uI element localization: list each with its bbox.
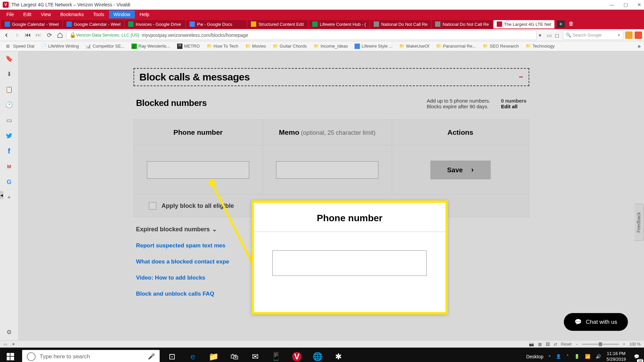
zoom-out[interactable]: −: [576, 342, 578, 347]
forward-button[interactable]: [13, 31, 21, 40]
bookmark-item[interactable]: 📁Guitar Chords: [270, 43, 310, 50]
google-panel-icon[interactable]: G: [5, 178, 13, 186]
dropdown-icon[interactable]: ▾: [618, 33, 620, 38]
bookmark-item[interactable]: ◢Ray Wenderlic...: [129, 43, 173, 50]
menu-edit[interactable]: Edit: [19, 10, 36, 18]
bookmark-item[interactable]: ⊞Speed Dial: [3, 43, 37, 50]
phone-input[interactable]: [147, 161, 249, 179]
bookmark-item[interactable]: 📁SEO Research: [480, 43, 522, 50]
browser-tab-active[interactable]: The Largest 4G LTE Net: [493, 20, 555, 28]
bookmarks-overflow[interactable]: »: [638, 43, 641, 49]
volume-icon[interactable]: 🔊: [596, 354, 601, 359]
tray-up-icon[interactable]: ^: [549, 355, 550, 359]
start-button[interactable]: [0, 348, 21, 362]
screenshot-icon[interactable]: 📷: [529, 342, 534, 347]
menu-help[interactable]: Help: [135, 10, 154, 18]
browser-tab[interactable]: Google Calendar - Weel: [63, 20, 124, 28]
minimize-button[interactable]: —: [609, 2, 614, 7]
edit-all-link[interactable]: Edit all: [501, 104, 518, 109]
explorer-icon[interactable]: 📁: [203, 348, 224, 362]
zoom-reset[interactable]: Reset: [561, 342, 572, 347]
back-button[interactable]: [2, 31, 11, 40]
menu-bookmarks[interactable]: Bookmarks: [56, 10, 89, 18]
bookmark-item[interactable]: 📁MakeUseOf: [396, 43, 432, 50]
bookmark-item[interactable]: Lifewire Style ...: [352, 43, 395, 50]
new-tab-button[interactable]: +: [557, 20, 565, 28]
search-field[interactable]: 🔍 Search Google ▾: [563, 31, 623, 40]
maximize-button[interactable]: ▢: [624, 2, 628, 7]
bookmark-item[interactable]: 📁Movies: [243, 43, 269, 50]
gmail-panel-icon[interactable]: M: [5, 163, 13, 171]
bookmark-item[interactable]: 📁How To Tech: [204, 43, 241, 50]
panel-collapse[interactable]: ◀: [0, 191, 3, 199]
callout-phone-input[interactable]: [272, 250, 427, 276]
desktop-label[interactable]: Desktop: [526, 354, 543, 359]
people-icon[interactable]: 👤: [556, 354, 561, 359]
microphone-icon[interactable]: 🎤: [148, 353, 155, 360]
chrome-icon[interactable]: 🌐: [307, 348, 328, 362]
twitter-panel-icon[interactable]: [5, 132, 13, 140]
closed-tabs-button[interactable]: 🗑: [569, 21, 575, 27]
browser-tab[interactable]: National Do Not Call Re: [432, 20, 492, 28]
browser-tab[interactable]: Invoices - Google Drive: [125, 20, 185, 28]
settings-icon[interactable]: ⚙: [5, 328, 13, 336]
store-icon[interactable]: 🛍: [224, 348, 245, 362]
tile-icon[interactable]: ▦: [538, 342, 542, 347]
fastforward-button[interactable]: ⏭: [34, 31, 43, 40]
bookmark-item[interactable]: 📁Income_Ideas: [311, 43, 351, 50]
browser-tab[interactable]: Lifewire Content Hub - (: [309, 20, 369, 28]
edge-icon[interactable]: e: [182, 348, 203, 362]
taskbar-search[interactable]: Type here to search 🎤: [22, 350, 160, 362]
section-header[interactable]: Block calls & messages −: [133, 68, 529, 86]
zoom-slider[interactable]: [582, 344, 619, 345]
url-field[interactable]: 🔒 Verizon Data Services, LLC [US] myvpos…: [66, 31, 537, 40]
tray-up-icon[interactable]: ˄: [567, 354, 569, 359]
bookmark-item[interactable]: MMETRO: [174, 43, 203, 50]
browser-tab[interactable]: National Do Not Call Re: [370, 20, 431, 28]
apply-checkbox[interactable]: [149, 202, 156, 209]
extension-icon[interactable]: [625, 32, 633, 39]
dropdown-icon[interactable]: ▾: [539, 32, 545, 38]
zoom-in[interactable]: +: [623, 342, 625, 347]
bookmark-item[interactable]: 📁Paranormal Re...: [433, 43, 479, 50]
downloads-panel-icon[interactable]: ⬇: [5, 70, 13, 78]
menu-file[interactable]: File: [2, 10, 19, 18]
mail-icon[interactable]: ✉: [245, 348, 266, 362]
vivaldi-icon[interactable]: V: [286, 348, 307, 362]
bookmark-item[interactable]: 📊Competitor SE...: [83, 43, 127, 50]
chat-button[interactable]: 💬 Chat with us: [564, 313, 628, 331]
add-panel-icon[interactable]: +: [5, 193, 13, 201]
bookmark-item[interactable]: 📁Technology: [523, 43, 557, 50]
save-button[interactable]: Save ›: [430, 161, 491, 179]
close-button[interactable]: ✕: [637, 2, 641, 7]
wifi-icon[interactable]: 📶: [585, 354, 590, 359]
menu-window[interactable]: Window: [109, 10, 135, 18]
collapse-icon[interactable]: −: [519, 73, 523, 81]
rewind-button[interactable]: ⏮: [23, 31, 32, 40]
window-panel-icon[interactable]: ▭: [5, 116, 13, 124]
battery-icon[interactable]: 🔋: [574, 354, 580, 359]
notes-panel-icon[interactable]: 📋: [5, 85, 13, 94]
images-icon[interactable]: 🖼: [546, 342, 550, 347]
home-button[interactable]: [56, 31, 64, 40]
memo-input[interactable]: [276, 161, 378, 179]
facebook-panel-icon[interactable]: f: [5, 147, 13, 155]
reload-button[interactable]: ⟳: [45, 31, 54, 40]
browser-tab[interactable]: Structured Content Edit: [248, 20, 308, 28]
status-icon[interactable]: ✦: [12, 342, 15, 347]
extension-icon[interactable]: [635, 32, 642, 39]
status-icon[interactable]: ▭: [3, 342, 7, 347]
notifications-icon[interactable]: 💬20: [631, 351, 642, 362]
bookmark-icon[interactable]: ◻: [555, 32, 561, 38]
app-icon[interactable]: 📱: [266, 348, 286, 362]
toggle-icon[interactable]: ⇄: [554, 342, 557, 347]
reader-icon[interactable]: ▭: [547, 32, 553, 38]
menu-view[interactable]: View: [36, 10, 56, 18]
clock[interactable]: 11:16 PM 5/29/2019: [606, 351, 626, 362]
browser-tab[interactable]: Pw - Google Docs: [186, 20, 247, 28]
bookmarks-panel-icon[interactable]: 🔖: [5, 55, 13, 63]
feedback-tab[interactable]: Feedback: [635, 204, 644, 241]
app-icon[interactable]: ✱: [328, 348, 349, 362]
task-view-icon[interactable]: ⊡: [162, 348, 182, 362]
browser-tab[interactable]: Google Calendar - Weel: [1, 20, 62, 28]
